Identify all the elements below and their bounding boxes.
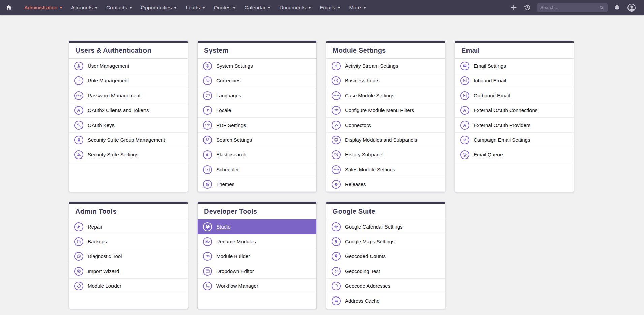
chevron-down-icon (233, 7, 236, 9)
home-icon[interactable] (5, 4, 12, 11)
admin-link-activity-stream-settings[interactable]: Activity Stream Settings (326, 59, 445, 73)
admin-link-rename-modules[interactable]: ab Rename Modules (198, 234, 316, 249)
search-modules-icon (203, 136, 212, 144)
admin-link-address-cache[interactable]: Address Cache (326, 293, 445, 308)
panel-email: Email Email Settings Inbound Email Outbo… (455, 41, 574, 192)
admin-link-diagnostic-tool[interactable]: Diagnostic Tool (69, 249, 188, 264)
admin-link-workflow-manager[interactable]: Workflow Manager (198, 279, 316, 293)
aop-badge-icon: AOP (332, 91, 341, 100)
chevron-down-icon (202, 7, 205, 9)
panel-title: Email (461, 47, 480, 55)
nav-item-quotes[interactable]: Quotes (210, 0, 240, 15)
nav-item-calendar[interactable]: Calendar (240, 0, 275, 15)
oauth-a-icon: A (460, 106, 469, 115)
builder-icon (203, 252, 212, 261)
nav-item-leads[interactable]: Leads (181, 0, 209, 15)
admin-link-display-modules-and-subpanels[interactable]: Display Modules and Subpanels (326, 133, 445, 147)
theme-grid-icon (203, 180, 212, 189)
mixer-icon (460, 136, 469, 144)
oauth-a-icon: A (460, 121, 469, 130)
admin-link-outbound-email[interactable]: Outbound Email (455, 88, 574, 103)
recently-viewed-history-icon[interactable] (523, 4, 531, 11)
admin-link-pdf-settings[interactable]: PDF PDF Settings (198, 118, 316, 133)
nav-item-contacts[interactable]: Contacts (102, 0, 136, 15)
chevron-down-icon (268, 7, 270, 9)
snail-icon: @ (460, 150, 469, 159)
admin-link-import-wizard[interactable]: Import Wizard (69, 264, 188, 279)
key-icon (74, 121, 83, 130)
share-nodes-icon (332, 121, 341, 130)
notifications-bell-icon[interactable] (613, 4, 621, 11)
loader-icon (74, 282, 83, 290)
admin-link-geocoded-counts[interactable]: Geocoded Counts (326, 249, 445, 264)
navigation-arrow-icon (203, 106, 212, 115)
panel-title: Users & Authentication (75, 47, 151, 55)
admin-link-connectors[interactable]: Connectors (326, 118, 445, 133)
admin-link-user-management[interactable]: User Management (69, 59, 188, 73)
admin-link-scheduler[interactable]: Scheduler (198, 162, 316, 177)
compress-arrows-icon (332, 267, 341, 276)
admin-link-studio[interactable]: Studio (198, 219, 316, 234)
admin-link-sales-module-settings[interactable]: AOS Sales Module Settings (326, 162, 445, 177)
panel-item-list: Email Settings Inbound Email Outbound Em… (455, 59, 574, 162)
admin-link-history-subpanel[interactable]: History Subpanel (326, 147, 445, 162)
panel-item-list: Activity Stream Settings Business hours … (326, 59, 445, 192)
admin-link-currencies[interactable]: Currencies (198, 73, 316, 88)
workflow-icon (203, 282, 212, 290)
admin-link-oauth2-clients-and-tokens[interactable]: A OAuth2 Clients and Tokens (69, 103, 188, 118)
import-arrow-icon (74, 267, 83, 276)
admin-link-google-calendar-settings[interactable]: Google Calendar Settings (326, 219, 445, 234)
admin-page-content: Users & Authentication User Management R… (0, 15, 644, 309)
admin-link-business-hours[interactable]: Business hours (326, 73, 445, 88)
grid-row-1: Users & Authentication User Management R… (69, 41, 644, 192)
admin-link-case-module-settings[interactable]: AOP Case Module Settings (326, 88, 445, 103)
admin-link-module-loader[interactable]: Module Loader (69, 279, 188, 293)
admin-link-languages[interactable]: Languages (198, 88, 316, 103)
nav-item-label: Emails (320, 5, 335, 11)
admin-link-security-suite-group-management[interactable]: Security Suite Group Management (69, 133, 188, 147)
nav-item-administration[interactable]: Administration (20, 0, 67, 15)
gear-icon (203, 62, 212, 70)
history-arrow-icon (332, 150, 341, 159)
nav-item-accounts[interactable]: Accounts (67, 0, 102, 15)
panel-item-list: Repair Backups Diagnostic Tool Import Wi… (69, 219, 188, 293)
nav-item-emails[interactable]: Emails (315, 0, 345, 15)
admin-link-password-management[interactable]: *** Password Management (69, 88, 188, 103)
admin-link-email-settings[interactable]: Email Settings (455, 59, 574, 73)
admin-link-elasticsearch[interactable]: Elasticsearch (198, 147, 316, 162)
nav-item-documents[interactable]: Documents (275, 0, 315, 15)
admin-link-locale[interactable]: Locale (198, 103, 316, 118)
nav-item-more[interactable]: More (345, 0, 370, 15)
quick-create-plus-icon[interactable] (510, 4, 518, 11)
chevron-down-icon (129, 7, 132, 9)
admin-link-module-builder[interactable]: Module Builder (198, 249, 316, 264)
admin-link-external-oauth-connections[interactable]: A External OAuth Connections (455, 103, 574, 118)
admin-link-external-oauth-providers[interactable]: A External OAuth Providers (455, 118, 574, 133)
admin-link-security-suite-settings[interactable]: Security Suite Settings (69, 147, 188, 162)
search-icon[interactable] (599, 5, 604, 10)
nav-item-opportunities[interactable]: Opportunities (136, 0, 181, 15)
admin-link-oauth-keys[interactable]: OAuth Keys (69, 118, 188, 133)
admin-link-google-maps-settings[interactable]: Google Maps Settings (326, 234, 445, 249)
admin-link-system-settings[interactable]: System Settings (198, 59, 316, 73)
admin-link-releases[interactable]: Releases (326, 177, 445, 192)
admin-link-role-management[interactable]: Role Management (69, 73, 188, 88)
password-stars-icon: *** (74, 91, 83, 100)
chevron-down-icon (174, 7, 177, 9)
panel-item-list: Google Calendar Settings Google Maps Set… (326, 219, 445, 308)
admin-link-email-queue[interactable]: @ Email Queue (455, 147, 574, 162)
admin-link-geocoding-test[interactable]: Geocoding Test (326, 264, 445, 279)
admin-link-geocode-addresses[interactable]: Geocode Addresses (326, 279, 445, 293)
admin-link-repair[interactable]: Repair (69, 219, 188, 234)
navbar-right-cluster (510, 3, 637, 13)
admin-link-backups[interactable]: Backups (69, 234, 188, 249)
admin-link-campaign-email-settings[interactable]: Campaign Email Settings (455, 133, 574, 147)
admin-link-configure-module-menu-filters[interactable]: Configure Module Menu Filters (326, 103, 445, 118)
admin-link-themes[interactable]: Themes (198, 177, 316, 192)
admin-link-search-settings[interactable]: Search Settings (198, 133, 316, 147)
user-avatar-icon[interactable] (626, 3, 637, 13)
panel-title: Google Suite (333, 208, 375, 215)
admin-link-inbound-email[interactable]: Inbound Email (455, 73, 574, 88)
admin-link-dropdown-editor[interactable]: Dropdown Editor (198, 264, 316, 279)
search-input[interactable] (540, 5, 597, 10)
